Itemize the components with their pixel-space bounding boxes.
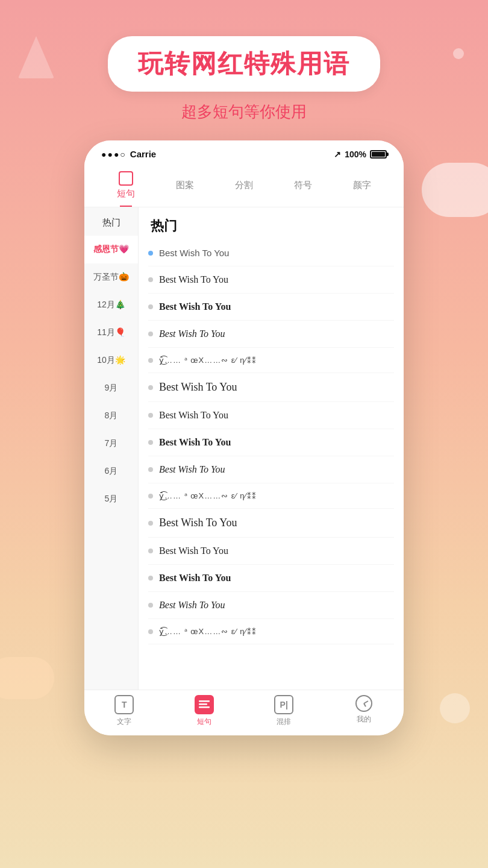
sidebar-item-jun[interactable]: 6月 xyxy=(84,458,138,485)
bottom-nav: T 文字 短句 P| 混排 我的 xyxy=(84,690,404,735)
phrase-dot-3 xyxy=(148,304,153,309)
phrase-item-2[interactable]: Best Wish To You xyxy=(148,266,394,294)
phrase-text-6: Best Wish To You xyxy=(159,381,394,394)
subtitle: 超多短句等你使用 xyxy=(181,101,307,122)
phrase-dot-4 xyxy=(148,332,153,336)
phrase-text-4: Best Wish To You xyxy=(159,329,394,339)
tab-label-pattern: 图案 xyxy=(176,180,194,190)
phrase-text-15: ȳ͜͡…… ᵃ œX……∾ ε∕ η∕⁑⁑ xyxy=(159,627,394,636)
main-title: 玩转网红特殊用语 xyxy=(138,47,350,81)
phrase-dot-8 xyxy=(148,440,153,445)
title-badge: 玩转网红特殊用语 xyxy=(108,36,380,92)
phrase-dot-7 xyxy=(148,413,153,418)
sidebar-item-may[interactable]: 5月 xyxy=(84,485,138,513)
phrase-item-14[interactable]: Best Wish To You xyxy=(148,592,394,619)
status-right: ↗ 100% xyxy=(334,149,387,159)
phrase-text-1: Best Wish To You xyxy=(159,248,394,258)
phrase-item-3[interactable]: Best Wish To You xyxy=(148,294,394,321)
signal-icon: ↗ xyxy=(334,149,341,159)
deco-dot xyxy=(453,48,464,59)
sidebar-item-nov[interactable]: 11月🎈 xyxy=(84,319,138,347)
tab-symbol[interactable]: 符号 xyxy=(274,172,333,198)
phrase-item-6[interactable]: Best Wish To You xyxy=(148,373,394,402)
nav-item-phrase[interactable]: 短句 xyxy=(164,695,245,727)
nav-icon-phrase xyxy=(195,695,214,714)
phrase-dot-6 xyxy=(148,385,153,390)
phrase-dot-13 xyxy=(148,576,153,580)
sidebar-item-jul[interactable]: 7月 xyxy=(84,430,138,458)
content-area: 热门 Best Wish To You Best Wish To You Bes… xyxy=(139,207,404,690)
phrase-text-10: ȳ͜͡…… ᵃ œX……∾ ε∕ η∕⁑⁑ xyxy=(159,491,394,500)
nav-label-mix: 混排 xyxy=(277,717,291,727)
svg-rect-2 xyxy=(199,706,210,708)
sidebar-item-oct[interactable]: 10月🌟 xyxy=(84,347,138,374)
nav-label-mine: 我的 xyxy=(357,714,371,725)
phrase-list: Best Wish To You Best Wish To You Best W… xyxy=(139,240,404,644)
phrase-dot-5 xyxy=(148,358,153,363)
tab-icon-short xyxy=(119,171,133,186)
phrase-item-1[interactable]: Best Wish To You xyxy=(148,240,394,266)
phrase-dot-9 xyxy=(148,467,153,472)
phrase-item-7[interactable]: Best Wish To You xyxy=(148,402,394,429)
deco-cloud-right xyxy=(422,163,488,217)
status-bar: ●●●○ Carrie ↗ 100% xyxy=(84,140,404,164)
phrase-text-2: Best Wish To You xyxy=(159,274,394,285)
tab-pattern[interactable]: 图案 xyxy=(155,172,214,198)
nav-icon-mix: P| xyxy=(274,695,293,714)
tab-color[interactable]: 颜字 xyxy=(333,172,392,198)
svg-rect-1 xyxy=(199,703,207,705)
sidebar-item-aug[interactable]: 8月 xyxy=(84,402,138,430)
sidebar: 热门 感恩节💗 万圣节🎃 12月🎄 11月🎈 10月🌟 9月 8月 7月 6月 … xyxy=(84,207,139,690)
nav-icon-text: T xyxy=(114,695,134,714)
phrase-dot-11 xyxy=(148,521,153,526)
phrase-dot-10 xyxy=(148,494,153,498)
phrase-dot-12 xyxy=(148,549,153,553)
battery-percent: 100% xyxy=(345,149,366,159)
phone-frame: ●●●○ Carrie ↗ 100% 短句 图案 分割 符号 颜字 xyxy=(84,140,404,735)
header-area: 玩转网红特殊用语 超多短句等你使用 xyxy=(108,36,380,122)
phrase-dot-1 xyxy=(148,251,153,256)
sidebar-item-halloween[interactable]: 万圣节🎃 xyxy=(84,263,138,291)
nav-item-mine[interactable]: 我的 xyxy=(324,695,404,727)
phrase-text-3: Best Wish To You xyxy=(159,301,394,312)
deco-triangle xyxy=(18,36,54,78)
phrase-item-8[interactable]: Best Wish To You xyxy=(148,429,394,456)
tab-short-phrase[interactable]: 短句 xyxy=(96,164,155,207)
nav-item-text[interactable]: T 文字 xyxy=(84,695,164,727)
phrase-dot-14 xyxy=(148,603,153,608)
phrase-dot-15 xyxy=(148,629,153,634)
content-header: 热门 xyxy=(139,207,404,240)
sidebar-item-thanksgiving[interactable]: 感恩节💗 xyxy=(84,236,138,263)
sidebar-header: 热门 xyxy=(84,207,138,236)
sidebar-item-dec[interactable]: 12月🎄 xyxy=(84,291,138,319)
phrase-item-9[interactable]: Best Wish To You xyxy=(148,456,394,483)
status-left: ●●●○ Carrie xyxy=(101,149,156,159)
phrase-dot-2 xyxy=(148,277,153,282)
main-content: 热门 感恩节💗 万圣节🎃 12月🎄 11月🎈 10月🌟 9月 8月 7月 6月 … xyxy=(84,207,404,690)
phrase-item-15[interactable]: ȳ͜͡…… ᵃ œX……∾ ε∕ η∕⁑⁑ xyxy=(148,619,394,644)
phrase-item-10[interactable]: ȳ͜͡…… ᵃ œX……∾ ε∕ η∕⁑⁑ xyxy=(148,483,394,509)
phrase-text-7: Best Wish To You xyxy=(159,410,394,421)
phrase-item-4[interactable]: Best Wish To You xyxy=(148,321,394,348)
phrase-item-11[interactable]: Best Wish To You xyxy=(148,509,394,538)
phrase-item-12[interactable]: Best Wish To You xyxy=(148,538,394,565)
nav-label-text: 文字 xyxy=(117,717,131,727)
phrase-text-14: Best Wish To You xyxy=(159,600,394,611)
svg-rect-0 xyxy=(199,700,210,702)
nav-item-mix[interactable]: P| 混排 xyxy=(244,695,324,727)
tab-label-symbol: 符号 xyxy=(294,180,312,190)
phrase-item-13[interactable]: Best Wish To You xyxy=(148,565,394,592)
deco-circle-bottom xyxy=(440,693,470,723)
tab-split[interactable]: 分割 xyxy=(214,172,274,198)
tab-label-short: 短句 xyxy=(117,188,135,200)
phrase-text-12: Best Wish To You xyxy=(159,546,394,556)
deco-cloud-left xyxy=(0,657,54,699)
sidebar-item-sep[interactable]: 9月 xyxy=(84,374,138,402)
top-tabs: 短句 图案 分割 符号 颜字 xyxy=(84,164,404,207)
phrase-item-5[interactable]: ȳ͜͡…… ᵃ œX……∾ ε∕ η∕⁑⁑ xyxy=(148,348,394,373)
phrase-text-8: Best Wish To You xyxy=(159,437,394,448)
battery-icon xyxy=(370,150,387,159)
nav-icon-mine xyxy=(355,695,372,712)
phrase-text-13: Best Wish To You xyxy=(159,573,394,583)
nav-label-phrase: 短句 xyxy=(197,717,211,727)
